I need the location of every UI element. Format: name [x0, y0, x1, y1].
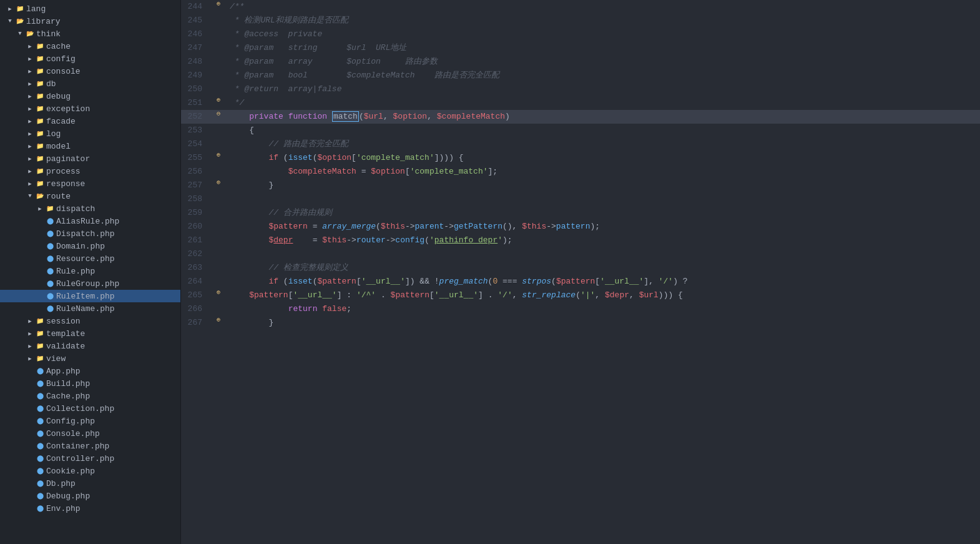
- sidebar-item-build[interactable]: ⬤ Build.php: [0, 377, 180, 390]
- code-content: }: [225, 316, 980, 330]
- sidebar-item-label: model: [46, 142, 71, 151]
- sidebar-item-label: library: [26, 17, 61, 26]
- code-line-251: 251 ⊕ */: [181, 96, 980, 110]
- sidebar-item-dispatch-php[interactable]: ⬤ Dispatch.php: [0, 227, 180, 240]
- sidebar-item-rulegroup[interactable]: ⬤ RuleGroup.php: [0, 277, 180, 290]
- sidebar-item-debug[interactable]: 📁 debug: [0, 90, 180, 102]
- sidebar-item-dispatch[interactable]: 📁 dispatch: [0, 202, 180, 215]
- code-content: {: [225, 124, 980, 137]
- sidebar-item-label: Dispatch.php: [56, 229, 115, 239]
- sidebar-item-label: lang: [26, 4, 46, 14]
- arrow-right-icon: [25, 166, 35, 176]
- php-file-icon: ⬤: [35, 428, 45, 438]
- sidebar-item-paginator[interactable]: 📁 paginator: [0, 152, 180, 165]
- sidebar-item-label: route: [46, 192, 71, 201]
- code-content: if (isset($option['complete_match']))) {: [225, 151, 980, 165]
- php-file-icon: ⬤: [35, 491, 45, 501]
- sidebar-item-collection[interactable]: ⬤ Collection.php: [0, 402, 180, 415]
- sidebar-item-config[interactable]: 📁 config: [0, 52, 180, 65]
- line-number: 264: [181, 275, 212, 289]
- sidebar-item-env[interactable]: ⬤ Env.php: [0, 502, 180, 515]
- sidebar-item-db[interactable]: 📁 db: [0, 77, 180, 90]
- sidebar-item-process[interactable]: 📁 process: [0, 165, 180, 177]
- line-number: 256: [181, 165, 212, 179]
- sidebar-item-ruleitem[interactable]: ⬤ RuleItem.php: [0, 290, 180, 302]
- sidebar-item-library[interactable]: 📂 library: [0, 15, 180, 27]
- php-file-icon: ⬤: [35, 503, 45, 513]
- sidebar-item-model[interactable]: 📁 model: [0, 140, 180, 152]
- sidebar-item-rule[interactable]: ⬤ Rule.php: [0, 265, 180, 277]
- php-file-icon: ⬤: [45, 266, 55, 276]
- line-number: 259: [181, 206, 212, 220]
- php-file-icon: ⬤: [35, 466, 45, 476]
- sidebar-item-cache[interactable]: 📁 cache: [0, 40, 180, 52]
- sidebar-item-app[interactable]: ⬤ App.php: [0, 365, 180, 377]
- sidebar-item-controller[interactable]: ⬤ Controller.php: [0, 452, 180, 465]
- sidebar-item-label: Controller.php: [46, 454, 114, 463]
- gutter-marker: ⊕: [212, 316, 225, 324]
- code-line-245: 245 * 检测URL和规则路由是否匹配: [181, 14, 980, 27]
- sidebar-item-db-php[interactable]: ⬤ Db.php: [0, 477, 180, 490]
- code-editor[interactable]: 244 ⊕ /** 245 * 检测URL和规则路由是否匹配 246 * @ac…: [181, 0, 980, 544]
- sidebar-item-cache-php[interactable]: ⬤ Cache.php: [0, 390, 180, 402]
- sidebar-item-label: Build.php: [46, 379, 90, 388]
- sidebar-item-label: process: [46, 167, 81, 176]
- code-line-266: 266 return false;: [181, 302, 980, 316]
- sidebar-item-think[interactable]: 📂 think: [0, 27, 180, 40]
- php-file-icon: ⬤: [35, 416, 45, 426]
- sidebar-item-log[interactable]: 📁 log: [0, 127, 180, 140]
- sidebar-item-label: view: [46, 354, 66, 363]
- code-content: * @return array|false: [225, 82, 980, 96]
- arrow-right-icon: [25, 91, 35, 101]
- line-number: 255: [181, 151, 212, 165]
- sidebar-item-debug-php[interactable]: ⬤ Debug.php: [0, 490, 180, 502]
- sidebar-item-facade[interactable]: 📁 facade: [0, 115, 180, 127]
- sidebar-item-label: RuleItem.php: [56, 292, 115, 301]
- arrow-right-icon: [25, 141, 35, 151]
- folder-icon: 📁: [35, 179, 45, 189]
- gutter-marker: ⊕: [212, 96, 225, 104]
- sidebar-item-console[interactable]: 📁 console: [0, 65, 180, 77]
- sidebar-item-session[interactable]: 📁 session: [0, 315, 180, 327]
- code-content: private function match($url, $option, $c…: [225, 110, 980, 124]
- code-content: $depr = $this->router->config('pathinfo_…: [225, 234, 980, 247]
- line-number: 251: [181, 96, 212, 110]
- folder-icon: 📁: [35, 316, 45, 326]
- sidebar-item-template[interactable]: 📁 template: [0, 327, 180, 340]
- sidebar-item-label: App.php: [46, 367, 81, 376]
- sidebar-item-container[interactable]: ⬤ Container.php: [0, 440, 180, 452]
- code-content: * @param array $option 路由参数: [225, 55, 980, 69]
- code-area: 244 ⊕ /** 245 * 检测URL和规则路由是否匹配 246 * @ac…: [181, 0, 980, 342]
- sidebar-item-response[interactable]: 📁 response: [0, 177, 180, 190]
- folder-icon: 📁: [35, 41, 45, 51]
- sidebar-item-label: db: [46, 79, 56, 89]
- sidebar-item-aliasrule[interactable]: ⬤ AliasRule.php: [0, 215, 180, 227]
- sidebar-item-console-php[interactable]: ⬤ Console.php: [0, 427, 180, 440]
- line-number: 245: [181, 14, 212, 27]
- file-tree[interactable]: 📁 lang 📂 library 📂 think 📁 cache 📁 confi…: [0, 0, 181, 544]
- sidebar-item-lang[interactable]: 📁 lang: [0, 2, 180, 15]
- arrow-right-icon: [25, 116, 35, 126]
- sidebar-item-label: exception: [46, 104, 90, 114]
- folder-icon: 📁: [35, 141, 45, 151]
- code-line-248: 248 * @param array $option 路由参数: [181, 55, 980, 69]
- sidebar-item-exception[interactable]: 📁 exception: [0, 102, 180, 115]
- folder-icon: 📁: [35, 129, 45, 139]
- gutter-marker: ⊕: [212, 151, 225, 159]
- sidebar-item-label: RuleGroup.php: [56, 279, 119, 289]
- sidebar-item-validate[interactable]: 📁 validate: [0, 340, 180, 352]
- php-file-icon: ⬤: [45, 304, 55, 314]
- sidebar-item-label: Domain.php: [56, 242, 105, 251]
- sidebar-item-label: Env.php: [46, 504, 81, 513]
- sidebar-item-view[interactable]: 📁 view: [0, 352, 180, 365]
- sidebar-item-label: AliasRule.php: [56, 217, 119, 226]
- line-number: 262: [181, 247, 212, 261]
- sidebar-item-label: debug: [46, 92, 71, 101]
- sidebar-item-config-php[interactable]: ⬤ Config.php: [0, 415, 180, 427]
- sidebar-item-rulename[interactable]: ⬤ RuleName.php: [0, 302, 180, 315]
- sidebar-item-domain[interactable]: ⬤ Domain.php: [0, 240, 180, 252]
- sidebar-item-resource[interactable]: ⬤ Resource.php: [0, 252, 180, 265]
- sidebar-item-route[interactable]: 📂 route: [0, 190, 180, 202]
- arrow-right-icon: [25, 341, 35, 351]
- sidebar-item-cookie[interactable]: ⬤ Cookie.php: [0, 465, 180, 477]
